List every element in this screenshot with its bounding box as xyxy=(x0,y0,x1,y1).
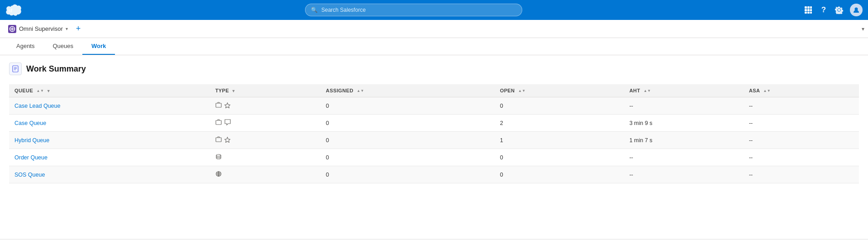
tab-queues[interactable]: Queues xyxy=(43,38,82,55)
open-sort-icon: ▲▼ xyxy=(518,89,526,93)
case-icon xyxy=(215,136,222,144)
svg-marker-22 xyxy=(224,137,230,142)
star-icon xyxy=(224,102,230,110)
queue-sort-icon: ▲▼ xyxy=(37,89,44,93)
cell-aht: -- xyxy=(624,149,744,166)
app-bar-chevron[interactable]: ▾ xyxy=(862,26,864,32)
app-icon xyxy=(8,25,16,33)
help-icon[interactable]: ? xyxy=(819,5,828,14)
globe-icon xyxy=(215,171,222,178)
top-navigation: sf 🔍 Search Salesforce ? xyxy=(0,0,868,20)
svg-rect-9 xyxy=(810,12,812,14)
cell-open: 2 xyxy=(495,115,624,132)
stack-icon xyxy=(215,154,222,161)
tab-work[interactable]: Work xyxy=(82,38,115,55)
global-search[interactable]: 🔍 Search Salesforce xyxy=(305,4,522,16)
cell-asa: -- xyxy=(744,132,859,149)
page-title: Work Summary xyxy=(26,64,86,74)
col-header-aht[interactable]: AHT ▲▼ xyxy=(624,84,744,97)
queue-link[interactable]: Case Lead Queue xyxy=(14,103,60,109)
cell-type xyxy=(210,166,320,183)
cell-open: 0 xyxy=(495,166,624,183)
cell-aht: 1 min 7 s xyxy=(624,132,744,149)
svg-text:sf: sf xyxy=(8,8,13,13)
col-header-type[interactable]: TYPE ▼ xyxy=(210,84,320,97)
svg-marker-19 xyxy=(224,102,230,108)
cell-queue: Order Queue xyxy=(9,149,210,166)
svg-rect-20 xyxy=(216,120,221,125)
cell-assigned: 0 xyxy=(320,132,495,149)
page-header-icon xyxy=(9,62,22,75)
queue-link[interactable]: Order Queue xyxy=(14,154,48,161)
case-icon xyxy=(215,102,222,110)
svg-rect-18 xyxy=(216,103,221,107)
table-row: SOS Queue 0 0 -- -- xyxy=(9,166,859,183)
cell-queue: SOS Queue xyxy=(9,166,210,183)
svg-rect-1 xyxy=(805,6,807,9)
cell-open: 1 xyxy=(495,132,624,149)
cell-asa: -- xyxy=(744,149,859,166)
app-bar: Omni Supervisor ▾ + ▾ xyxy=(0,20,868,38)
app-launcher-item[interactable]: Omni Supervisor ▾ xyxy=(4,20,72,38)
svg-rect-7 xyxy=(805,12,807,14)
app-dropdown-arrow: ▾ xyxy=(66,26,68,31)
svg-rect-21 xyxy=(216,138,221,142)
tab-agents[interactable]: Agents xyxy=(7,38,43,55)
aht-sort-icon: ▲▼ xyxy=(644,89,651,93)
cell-asa: -- xyxy=(744,115,859,132)
settings-icon[interactable] xyxy=(835,5,844,14)
grid-icon[interactable] xyxy=(804,5,813,14)
cell-assigned: 0 xyxy=(320,97,495,115)
queue-filter-icon[interactable]: ▼ xyxy=(47,89,51,93)
svg-rect-2 xyxy=(807,6,810,9)
cell-assigned: 0 xyxy=(320,166,495,183)
cell-aht: 3 min 9 s xyxy=(624,115,744,132)
svg-rect-6 xyxy=(810,9,812,11)
svg-rect-8 xyxy=(807,12,810,14)
tabs-bar: Agents Queues Work xyxy=(0,38,868,55)
work-summary-table: QUEUE ▲▼ ▼ TYPE ▼ ASSIGNED ▲▼ OPEN ▲▼ xyxy=(9,84,859,183)
page-header: Work Summary xyxy=(9,62,859,75)
table-row: Hybrid Queue 0 1 1 min 7 s -- xyxy=(9,132,859,149)
cell-type xyxy=(210,132,320,149)
cell-aht: -- xyxy=(624,166,744,183)
table-row: Case Queue 0 2 3 min 9 s -- xyxy=(9,115,859,132)
table-header-row: QUEUE ▲▼ ▼ TYPE ▼ ASSIGNED ▲▼ OPEN ▲▼ xyxy=(9,84,859,97)
cell-asa: -- xyxy=(744,166,859,183)
col-header-assigned[interactable]: ASSIGNED ▲▼ xyxy=(320,84,495,97)
user-avatar[interactable] xyxy=(850,4,863,16)
cell-aht: -- xyxy=(624,97,744,115)
table-row: Order Queue 0 0 -- -- xyxy=(9,149,859,166)
app-name: Omni Supervisor xyxy=(19,25,63,32)
queue-link[interactable]: Case Queue xyxy=(14,120,46,126)
cell-assigned: 0 xyxy=(320,115,495,132)
cell-queue: Case Queue xyxy=(9,115,210,132)
queue-link[interactable]: Hybrid Queue xyxy=(14,137,49,144)
search-placeholder: Search Salesforce xyxy=(321,7,366,13)
nav-icons: ? xyxy=(804,4,863,16)
main-content: Work Summary QUEUE ▲▼ ▼ TYPE ▼ ASSIGNED … xyxy=(0,55,868,239)
app-bar-right: ▾ xyxy=(862,26,864,32)
cell-queue: Case Lead Queue xyxy=(9,97,210,115)
queue-link[interactable]: SOS Queue xyxy=(14,172,45,178)
cell-open: 0 xyxy=(495,97,624,115)
cell-asa: -- xyxy=(744,97,859,115)
salesforce-logo[interactable]: sf xyxy=(5,4,24,16)
col-header-asa[interactable]: ASA ▲▼ xyxy=(744,84,859,97)
cell-queue: Hybrid Queue xyxy=(9,132,210,149)
col-header-open[interactable]: OPEN ▲▼ xyxy=(495,84,624,97)
svg-rect-5 xyxy=(807,9,810,11)
case-icon xyxy=(215,119,222,127)
cell-type xyxy=(210,97,320,115)
chat-icon xyxy=(224,119,231,127)
svg-point-23 xyxy=(216,154,221,156)
asa-sort-icon: ▲▼ xyxy=(763,89,771,93)
cell-type xyxy=(210,149,320,166)
cell-type xyxy=(210,115,320,132)
cell-open: 0 xyxy=(495,149,624,166)
search-icon: 🔍 xyxy=(311,7,318,13)
add-tab-button[interactable]: + xyxy=(74,24,83,34)
col-header-queue[interactable]: QUEUE ▲▼ ▼ xyxy=(9,84,210,97)
type-filter-icon[interactable]: ▼ xyxy=(231,89,235,93)
cell-assigned: 0 xyxy=(320,149,495,166)
